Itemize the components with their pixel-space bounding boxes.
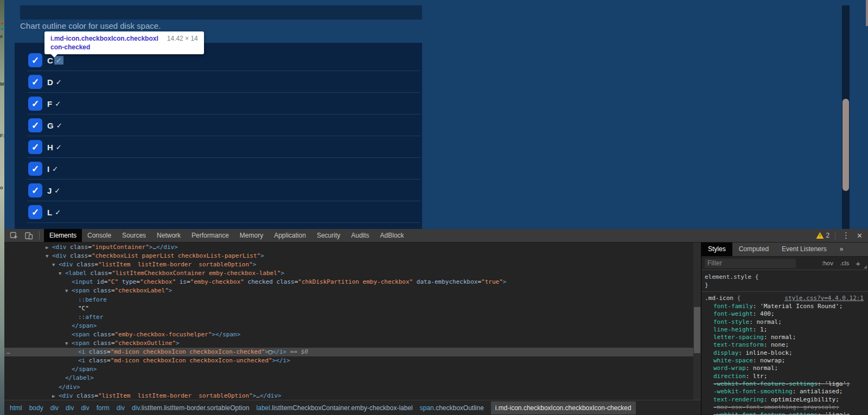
checkbox[interactable]: ✓	[28, 205, 42, 219]
css-property[interactable]: font-weight: 400;	[713, 310, 868, 318]
sidebar-tab-event-listeners[interactable]: Event Listeners	[775, 242, 833, 256]
stylesheet-link[interactable]: style.css?v=4.4.0.12:1	[784, 294, 864, 302]
breadcrumb-item[interactable]: div	[66, 404, 74, 412]
css-property[interactable]: -webkit-font-smoothing: antialiased;	[713, 388, 868, 395]
rule-selector[interactable]: .md-icon	[705, 295, 733, 302]
css-property[interactable]: -webkit-font-feature-settings: 'liga';	[713, 380, 868, 388]
dom-node-line[interactable]: <span class="emby-checkbox-focushelper">…	[4, 330, 693, 339]
partition-row-G[interactable]: ✓G✓	[15, 114, 422, 136]
css-property[interactable]: -moz-osx-font-smoothing: grayscale;	[713, 404, 868, 411]
expand-arrow[interactable]: ▶	[46, 243, 52, 252]
expand-arrow[interactable]: ▼	[46, 252, 52, 260]
elements-scrollbar-thumb[interactable]	[694, 307, 700, 353]
page-scrollbar-thumb[interactable]	[843, 99, 849, 191]
styles-filter-input[interactable]	[705, 259, 796, 268]
css-property[interactable]: white-space: nowrap;	[713, 357, 868, 365]
expand-arrow[interactable]: ▶	[52, 392, 59, 400]
css-property[interactable]: -webkit-font-feature-settings: 'liga';	[713, 411, 868, 415]
devtools-tab-elements[interactable]: Elements	[44, 229, 82, 242]
sidebar-tab-styles[interactable]: Styles	[701, 242, 732, 256]
checkbox[interactable]: ✓	[28, 97, 42, 111]
elements-scrollbar[interactable]	[693, 242, 701, 400]
page-scrollbar[interactable]	[842, 5, 850, 229]
css-property[interactable]: text-transform: none;	[713, 341, 868, 349]
devtools-tab-performance[interactable]: Performance	[186, 229, 234, 242]
dom-node-line[interactable]: ▼<div class="listItem listItem-border so…	[4, 260, 693, 269]
devtools-tab-application[interactable]: Application	[269, 229, 311, 242]
dom-node-line[interactable]: </div>	[4, 383, 693, 392]
dom-node-line[interactable]: </span>	[4, 322, 693, 330]
breadcrumb-item[interactable]: body	[29, 404, 43, 412]
dom-node-line[interactable]: </label>	[4, 374, 693, 382]
sidebar-tab-computed[interactable]: Computed	[732, 242, 775, 256]
breadcrumb-item[interactable]: i.md-icon.checkboxIcon.checkboxIcon-chec…	[491, 401, 636, 414]
breadcrumb-item[interactable]: label.listItemCheckboxContainer.emby-che…	[257, 404, 413, 412]
dom-node-line[interactable]: ▼<span class="checkboxLabel">	[4, 286, 693, 295]
checkbox[interactable]: ✓	[28, 162, 42, 176]
breadcrumb-item[interactable]: div	[50, 404, 59, 412]
dom-node-line[interactable]: ::after	[4, 313, 693, 322]
breadcrumb-item[interactable]: html	[10, 404, 22, 412]
kebab-menu-icon[interactable]: ⋮	[842, 231, 850, 240]
dom-node-line[interactable]: ▼<span class="checkboxOutline">	[4, 339, 693, 348]
settings-text-input[interactable]	[20, 5, 422, 20]
dom-node-line[interactable]: ▶<div class="listItem listItem-border so…	[4, 392, 693, 400]
class-toggle[interactable]: .cls	[840, 260, 849, 266]
partition-row-J[interactable]: ✓J✓	[15, 180, 422, 201]
devtools-toolbar: ElementsConsoleSourcesNetworkPerformance…	[4, 229, 868, 242]
element-style-block[interactable]: element.style { }	[701, 270, 868, 292]
partition-row-L[interactable]: ✓L✓	[15, 201, 422, 223]
partition-row-D[interactable]: ✓D✓	[15, 71, 422, 93]
inspect-element-icon[interactable]	[10, 231, 19, 240]
css-property[interactable]: word-wrap: normal;	[713, 365, 868, 372]
dom-node-line[interactable]: …<i class="md-icon checkboxIcon checkbox…	[4, 348, 693, 356]
css-property[interactable]: text-rendering: optimizeLegibility;	[713, 396, 868, 404]
css-property[interactable]: letter-spacing: normal;	[713, 334, 868, 341]
devtools-tab-memory[interactable]: Memory	[234, 229, 269, 242]
code-token: =	[111, 331, 115, 338]
css-property[interactable]: display: inline-block;	[713, 349, 868, 357]
device-toolbar-icon[interactable]	[24, 231, 34, 240]
checkbox[interactable]: ✓	[28, 118, 42, 132]
checkbox[interactable]: ✓	[28, 53, 42, 67]
expand-arrow[interactable]: ▼	[65, 286, 72, 295]
devtools-tab-sources[interactable]: Sources	[117, 229, 151, 242]
dom-node-line[interactable]: <i class="md-icon checkboxIcon checkboxI…	[4, 356, 693, 365]
checkbox[interactable]: ✓	[28, 140, 42, 154]
devtools-tab-adblock[interactable]: AdBlock	[375, 229, 410, 242]
breadcrumb-item[interactable]: form	[97, 404, 110, 412]
devtools-tab-network[interactable]: Network	[151, 229, 186, 242]
expand-arrow[interactable]: ▼	[65, 339, 72, 348]
partition-row-I[interactable]: ✓I✓	[15, 158, 422, 180]
partition-row-F[interactable]: ✓F✓	[15, 93, 422, 114]
expand-arrow[interactable]: ▼	[59, 269, 65, 278]
dom-node-line[interactable]: ::before	[4, 296, 693, 304]
checkbox[interactable]: ✓	[28, 75, 42, 89]
css-property[interactable]: direction: ltr;	[713, 373, 868, 380]
devtools-tab-console[interactable]: Console	[82, 229, 117, 242]
more-tabs-chevron[interactable]: »	[833, 242, 850, 256]
dom-node-line[interactable]: </span>	[4, 365, 693, 374]
breadcrumb-item[interactable]: div	[117, 404, 125, 412]
devtools-tab-audits[interactable]: Audits	[346, 229, 374, 242]
breadcrumb-item[interactable]: div.listItem.listItem-border.sortableOpt…	[132, 404, 250, 412]
css-property[interactable]: font-style: normal;	[713, 318, 868, 326]
css-property[interactable]: line-height: 1;	[713, 326, 868, 334]
dom-node-line[interactable]: ▼<div class="checkboxList paperList chec…	[4, 252, 693, 260]
partition-row-H[interactable]: ✓H✓	[15, 136, 422, 158]
resize-corner[interactable]	[864, 265, 867, 269]
warning-icon[interactable]: !	[816, 232, 824, 239]
devtools-tab-security[interactable]: Security	[311, 229, 346, 242]
checkbox[interactable]: ✓	[28, 183, 42, 197]
breadcrumb-item[interactable]: div	[81, 404, 89, 412]
dom-node-line[interactable]: ▶<div class="inputContainer">…</div>	[4, 243, 693, 252]
close-icon[interactable]: ✕	[857, 232, 863, 240]
dom-node-line[interactable]: "C"	[4, 304, 693, 313]
expand-arrow[interactable]: ▼	[52, 260, 59, 269]
new-style-rule-button[interactable]: +	[856, 259, 860, 268]
css-property[interactable]: font-family: 'Material Icons Round';	[713, 303, 868, 310]
hover-toggle[interactable]: :hov	[821, 260, 833, 266]
breadcrumb-item[interactable]: span.checkboxOutline	[420, 404, 484, 412]
dom-node-line[interactable]: ▼<label class="listItemCheckboxContainer…	[4, 269, 693, 278]
dom-node-line[interactable]: <input id="C" type="checkbox" is="emby-c…	[4, 278, 693, 286]
